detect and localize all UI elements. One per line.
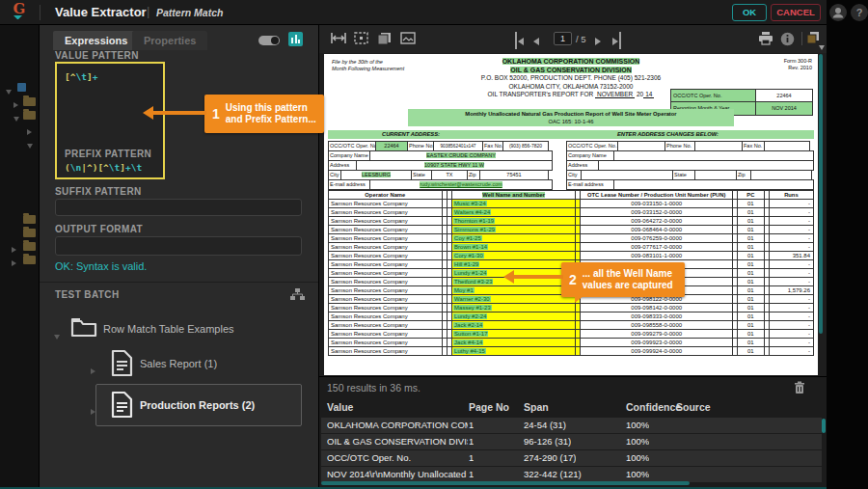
document-table-row: Samson Resources CompanySutton #1-17009-… xyxy=(329,330,814,339)
tab-properties[interactable]: Properties xyxy=(132,31,207,50)
col-span[interactable]: Span xyxy=(524,401,549,413)
prefix-pattern-input[interactable]: (\n|^)[^\t]+\t xyxy=(65,162,142,173)
document-table-row: Samson Resources CompanyBrown #1-14009-0… xyxy=(329,243,814,252)
pattern-annotation-box: [^\t]+ PREFIX PATTERN (\n|^)[^\t]+\t xyxy=(55,62,165,179)
result-row[interactable]: OKLAHOMA CORPORATION COMMISSION124-54 (3… xyxy=(321,418,822,433)
viewer-vertical-scrollbar[interactable] xyxy=(819,54,823,334)
syntax-status: OK: Syntax is valid. xyxy=(55,260,147,272)
folder-icon xyxy=(70,316,97,338)
suffix-pattern-label: SUFFIX PATTERN xyxy=(55,186,142,197)
result-row[interactable]: OCC/OTC Oper. No.1274-290 (17)100% xyxy=(321,450,822,466)
rail-folder-icon xyxy=(23,251,36,268)
layers-icon[interactable] xyxy=(807,32,819,44)
caret-right-icon[interactable] xyxy=(91,401,95,419)
suffix-pattern-input[interactable] xyxy=(55,199,302,216)
last-page-icon[interactable] xyxy=(612,32,621,49)
output-format-label: OUTPUT FORMAT xyxy=(55,224,143,234)
callout-2-arrowhead-icon xyxy=(503,270,514,284)
tree-item-production-reports[interactable]: Production Reports (2) xyxy=(140,399,255,411)
doc-title-1: OKLAHOMA CORPORATION COMMISSION xyxy=(502,58,640,65)
first-page-icon[interactable] xyxy=(515,32,524,49)
callout-1-arrowhead-icon xyxy=(143,106,153,120)
results-horizontal-scrollbar[interactable] xyxy=(321,481,690,485)
value-pattern-input[interactable]: [^\t]+ xyxy=(65,71,97,82)
doc-address-left: OCC/OTC Oper. No. 22464 Phone No. 903856… xyxy=(329,142,553,190)
callout-1-arrow xyxy=(152,111,206,115)
section-divider xyxy=(40,282,318,283)
file-icon xyxy=(111,391,133,419)
app-root: G Value Extractor | Pattern Match OK CAN… xyxy=(0,0,868,489)
document-table-row: Samson Resources CompanyThornton #1-1900… xyxy=(329,217,814,226)
document-table-row: Samson Resources CompanyJack #4-14009-09… xyxy=(329,339,814,347)
tree-item-folder[interactable]: Row Match Table Examples xyxy=(103,323,234,335)
prefix-pattern-label: PREFIX PATTERN xyxy=(65,149,151,159)
document-table-row: Samson Resources CompanyMusic #3-24009-0… xyxy=(329,200,814,208)
callout-2-arrow xyxy=(513,275,563,279)
caret-down-icon xyxy=(6,81,12,98)
result-row[interactable]: OIL & GAS CONSERVATION DIVISION196-126 (… xyxy=(321,434,822,449)
tab-expressions[interactable]: Expressions xyxy=(53,31,139,50)
document-table-row: Samson Resources CompanyLundy #2-24009-0… xyxy=(329,312,814,321)
document-table-row: Samson Resources CompanyMassey #1-23009-… xyxy=(329,304,814,312)
cancel-button[interactable]: CANCEL xyxy=(771,4,821,21)
test-batch-label: TEST BATCH xyxy=(55,289,120,300)
caret-down-icon xyxy=(27,135,33,152)
layers-dropdown-caret-icon[interactable] xyxy=(819,37,825,54)
hidden-tree-rail xyxy=(0,25,39,489)
caret-right-icon[interactable] xyxy=(91,361,95,378)
pages-copy-icon[interactable] xyxy=(377,32,392,45)
batch-hierarchy-icon[interactable] xyxy=(290,288,305,301)
col-source[interactable]: Source xyxy=(676,401,711,413)
doc-banner: Monthly Unallocated Natural Gas Producti… xyxy=(408,109,734,126)
results-vertical-scrollbar[interactable] xyxy=(822,419,826,433)
clear-results-icon[interactable] xyxy=(794,381,805,394)
callout-2-tail xyxy=(575,295,584,303)
callout-2-number: 2 xyxy=(561,272,583,287)
window: G Value Extractor | Pattern Match OK CAN… xyxy=(0,0,827,489)
document-table-row: Samson Resources CompanyJack #2-14009-09… xyxy=(329,321,814,330)
next-page-icon[interactable] xyxy=(595,32,601,49)
doc-addr-1: P.O. BOX 52000, PRODUCTION DEPT. PHONE (… xyxy=(324,74,818,83)
value-pattern-label: VALUE PATTERN xyxy=(55,50,139,61)
doc-address-band: CURRENT ADDRESS: ENTER ADDRESS CHANGES B… xyxy=(328,130,814,139)
info-icon[interactable] xyxy=(780,32,795,46)
user-avatar-icon[interactable] xyxy=(829,4,847,21)
callout-2-text: ... all the Well Name values are capture… xyxy=(583,264,685,295)
document-table-row: Samson Resources CompanyLuthy #4-15009-0… xyxy=(329,347,814,356)
preview-toggle[interactable] xyxy=(258,36,280,45)
document-page[interactable]: File by the 30th of the Month Following … xyxy=(324,54,818,375)
caret-down-icon[interactable] xyxy=(54,326,60,343)
fit-width-icon[interactable] xyxy=(331,32,346,44)
toolbar-divider xyxy=(801,32,802,45)
doc-title-2: OIL & GAS CONSERVATION DIVISION xyxy=(510,67,632,73)
results-rows: OKLAHOMA CORPORATION COMMISSION124-54 (3… xyxy=(321,418,822,483)
image-view-icon[interactable] xyxy=(400,32,416,44)
stats-chart-icon[interactable] xyxy=(288,32,303,46)
prev-page-icon[interactable] xyxy=(533,32,539,49)
callout-1-number: 1 xyxy=(204,106,226,122)
callout-1-text: Using this pattern and Prefix Pattern... xyxy=(226,98,324,129)
viewer-toolbar: 1 / 5 xyxy=(319,25,827,53)
output-format-input[interactable] xyxy=(55,236,302,256)
ok-button[interactable]: OK xyxy=(732,4,767,21)
document-table-row: Samson Resources CompanyCory #1-30009-08… xyxy=(329,252,814,260)
col-page-no[interactable]: Page No xyxy=(469,401,509,413)
results-summary: 150 results in 36 ms. xyxy=(327,382,420,394)
results-panel: 150 results in 36 ms. Value Page No Span… xyxy=(318,376,827,487)
logo-chevron-icon xyxy=(14,15,22,20)
app-logo[interactable]: G xyxy=(0,0,39,25)
tree-item-sales-report[interactable]: Sales Report (1) xyxy=(140,358,217,369)
help-icon[interactable]: ? xyxy=(851,4,868,21)
col-value[interactable]: Value xyxy=(327,401,353,413)
select-region-icon[interactable] xyxy=(354,32,368,44)
header-divider xyxy=(40,5,41,20)
result-row[interactable]: NOV 2014\r\nMonthly Unallocated Natural1… xyxy=(321,467,822,482)
caret-right-icon xyxy=(12,253,16,270)
page-title: Value Extractor xyxy=(55,5,147,19)
col-confidence[interactable]: Confidence xyxy=(626,401,681,413)
page-number-input[interactable]: 1 xyxy=(554,32,572,45)
document-table-row: Samson Resources CompanySimmons #1-29009… xyxy=(329,226,814,234)
print-icon[interactable] xyxy=(758,32,773,45)
page-total-label: / 5 xyxy=(576,34,586,44)
title-separator: | xyxy=(147,4,149,18)
